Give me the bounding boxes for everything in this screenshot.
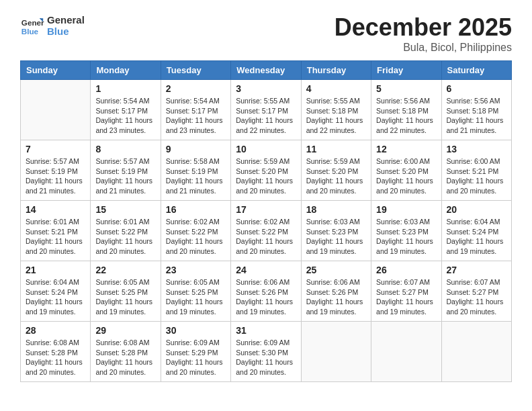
calendar-cell: 26Sunrise: 6:07 AMSunset: 5:27 PMDayligh… [371, 261, 441, 322]
title-section: December 2025 Bula, Bicol, Philippines [335, 13, 512, 54]
day-number: 3 [236, 83, 296, 94]
calendar-cell: 24Sunrise: 6:06 AMSunset: 5:26 PMDayligh… [231, 261, 301, 322]
day-info: Sunrise: 6:03 AMSunset: 5:23 PMDaylight:… [306, 217, 366, 257]
day-number: 5 [376, 83, 436, 94]
calendar-cell [301, 322, 371, 382]
col-saturday: Saturday [441, 61, 511, 80]
calendar-cell: 21Sunrise: 6:04 AMSunset: 5:24 PMDayligh… [21, 261, 91, 322]
day-number: 30 [166, 325, 226, 336]
day-info: Sunrise: 5:54 AMSunset: 5:17 PMDaylight:… [95, 96, 155, 136]
day-number: 26 [376, 265, 436, 275]
logo: General Blue General Blue [20, 13, 85, 38]
day-info: Sunrise: 6:03 AMSunset: 5:23 PMDaylight:… [376, 217, 436, 257]
day-info: Sunrise: 5:55 AMSunset: 5:18 PMDaylight:… [306, 96, 366, 136]
day-info: Sunrise: 6:04 AMSunset: 5:24 PMDaylight:… [447, 217, 506, 257]
calendar-cell: 28Sunrise: 6:08 AMSunset: 5:28 PMDayligh… [21, 322, 91, 382]
day-number: 28 [26, 325, 85, 336]
calendar-cell: 11Sunrise: 5:59 AMSunset: 5:20 PMDayligh… [301, 140, 371, 201]
day-number: 8 [95, 144, 155, 154]
calendar-cell: 18Sunrise: 6:03 AMSunset: 5:23 PMDayligh… [301, 201, 371, 261]
day-number: 12 [376, 144, 436, 154]
calendar-cell: 1Sunrise: 5:54 AMSunset: 5:17 PMDaylight… [91, 80, 161, 140]
day-number: 6 [447, 83, 506, 94]
calendar-cell: 14Sunrise: 6:01 AMSunset: 5:21 PMDayligh… [21, 201, 91, 261]
day-info: Sunrise: 6:07 AMSunset: 5:27 PMDaylight:… [376, 277, 436, 317]
col-friday: Friday [371, 61, 441, 80]
day-number: 21 [26, 265, 85, 275]
day-info: Sunrise: 5:54 AMSunset: 5:17 PMDaylight:… [166, 96, 226, 136]
svg-text:Blue: Blue [21, 27, 39, 36]
calendar-cell: 2Sunrise: 5:54 AMSunset: 5:17 PMDaylight… [161, 80, 230, 140]
col-tuesday: Tuesday [161, 61, 230, 80]
calendar-cell: 17Sunrise: 6:02 AMSunset: 5:22 PMDayligh… [231, 201, 301, 261]
day-info: Sunrise: 6:05 AMSunset: 5:25 PMDaylight:… [166, 277, 226, 317]
logo-blue: Blue [47, 26, 85, 37]
calendar-cell: 31Sunrise: 6:09 AMSunset: 5:30 PMDayligh… [231, 322, 301, 382]
day-number: 10 [236, 144, 296, 154]
day-number: 19 [376, 204, 436, 215]
col-wednesday: Wednesday [231, 61, 301, 80]
week-row-5: 28Sunrise: 6:08 AMSunset: 5:28 PMDayligh… [21, 322, 512, 382]
calendar-cell [371, 322, 441, 382]
calendar-cell: 22Sunrise: 6:05 AMSunset: 5:25 PMDayligh… [91, 261, 161, 322]
logo-icon: General Blue [20, 13, 44, 38]
day-number: 15 [95, 204, 155, 215]
day-info: Sunrise: 6:09 AMSunset: 5:29 PMDaylight:… [166, 338, 226, 377]
day-number: 4 [306, 83, 366, 94]
calendar-table: Sunday Monday Tuesday Wednesday Thursday… [20, 60, 512, 382]
calendar-cell: 8Sunrise: 5:57 AMSunset: 5:19 PMDaylight… [91, 140, 161, 201]
calendar-cell: 7Sunrise: 5:57 AMSunset: 5:19 PMDaylight… [21, 140, 91, 201]
day-info: Sunrise: 5:56 AMSunset: 5:18 PMDaylight:… [376, 96, 436, 136]
calendar-cell: 4Sunrise: 5:55 AMSunset: 5:18 PMDaylight… [301, 80, 371, 140]
day-info: Sunrise: 6:01 AMSunset: 5:21 PMDaylight:… [26, 217, 85, 257]
day-number: 1 [95, 83, 155, 94]
day-info: Sunrise: 6:08 AMSunset: 5:28 PMDaylight:… [26, 338, 85, 377]
calendar-cell: 12Sunrise: 6:00 AMSunset: 5:20 PMDayligh… [371, 140, 441, 201]
week-row-1: 1Sunrise: 5:54 AMSunset: 5:17 PMDaylight… [21, 80, 512, 140]
day-info: Sunrise: 6:06 AMSunset: 5:26 PMDaylight:… [236, 277, 296, 317]
calendar-cell: 9Sunrise: 5:58 AMSunset: 5:19 PMDaylight… [161, 140, 230, 201]
calendar-cell: 3Sunrise: 5:55 AMSunset: 5:17 PMDaylight… [231, 80, 301, 140]
day-info: Sunrise: 5:56 AMSunset: 5:18 PMDaylight:… [447, 96, 506, 136]
week-row-4: 21Sunrise: 6:04 AMSunset: 5:24 PMDayligh… [21, 261, 512, 322]
day-number: 16 [166, 204, 226, 215]
week-row-3: 14Sunrise: 6:01 AMSunset: 5:21 PMDayligh… [21, 201, 512, 261]
calendar-cell: 23Sunrise: 6:05 AMSunset: 5:25 PMDayligh… [161, 261, 230, 322]
calendar-cell: 30Sunrise: 6:09 AMSunset: 5:29 PMDayligh… [161, 322, 230, 382]
calendar-cell: 27Sunrise: 6:07 AMSunset: 5:27 PMDayligh… [441, 261, 511, 322]
day-info: Sunrise: 6:08 AMSunset: 5:28 PMDaylight:… [95, 338, 155, 377]
calendar-cell: 20Sunrise: 6:04 AMSunset: 5:24 PMDayligh… [441, 201, 511, 261]
day-info: Sunrise: 6:00 AMSunset: 5:20 PMDaylight:… [376, 156, 436, 196]
calendar-cell: 13Sunrise: 6:00 AMSunset: 5:21 PMDayligh… [441, 140, 511, 201]
day-number: 14 [26, 204, 85, 215]
day-info: Sunrise: 6:05 AMSunset: 5:25 PMDaylight:… [95, 277, 155, 317]
calendar-cell: 6Sunrise: 5:56 AMSunset: 5:18 PMDaylight… [441, 80, 511, 140]
day-info: Sunrise: 5:59 AMSunset: 5:20 PMDaylight:… [306, 156, 366, 196]
day-number: 17 [236, 204, 296, 215]
day-number: 23 [166, 265, 226, 275]
header: General Blue General Blue December 2025 … [20, 13, 512, 54]
calendar-cell [441, 322, 511, 382]
day-number: 22 [95, 265, 155, 275]
calendar-cell: 25Sunrise: 6:06 AMSunset: 5:26 PMDayligh… [301, 261, 371, 322]
day-number: 2 [166, 83, 226, 94]
calendar-cell: 19Sunrise: 6:03 AMSunset: 5:23 PMDayligh… [371, 201, 441, 261]
days-of-week-row: Sunday Monday Tuesday Wednesday Thursday… [21, 61, 512, 80]
col-monday: Monday [91, 61, 161, 80]
day-info: Sunrise: 6:02 AMSunset: 5:22 PMDaylight:… [166, 217, 226, 257]
calendar-cell: 15Sunrise: 6:01 AMSunset: 5:22 PMDayligh… [91, 201, 161, 261]
day-info: Sunrise: 6:04 AMSunset: 5:24 PMDaylight:… [26, 277, 85, 317]
day-info: Sunrise: 6:01 AMSunset: 5:22 PMDaylight:… [95, 217, 155, 257]
col-sunday: Sunday [21, 61, 91, 80]
day-number: 18 [306, 204, 366, 215]
day-number: 9 [166, 144, 226, 154]
day-info: Sunrise: 6:07 AMSunset: 5:27 PMDaylight:… [447, 277, 506, 317]
calendar-cell: 29Sunrise: 6:08 AMSunset: 5:28 PMDayligh… [91, 322, 161, 382]
logo-general: General [47, 14, 85, 26]
location: Bula, Bicol, Philippines [335, 42, 512, 54]
calendar-cell: 10Sunrise: 5:59 AMSunset: 5:20 PMDayligh… [231, 140, 301, 201]
day-number: 27 [447, 265, 506, 275]
day-number: 7 [26, 144, 85, 154]
calendar-cell: 16Sunrise: 6:02 AMSunset: 5:22 PMDayligh… [161, 201, 230, 261]
day-info: Sunrise: 6:00 AMSunset: 5:21 PMDaylight:… [447, 156, 506, 196]
